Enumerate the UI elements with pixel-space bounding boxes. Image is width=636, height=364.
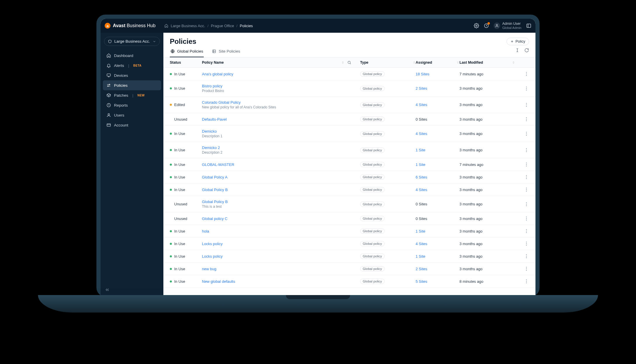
svg-point-59: [526, 281, 527, 282]
sidebar-item-devices[interactable]: Devices: [103, 70, 161, 80]
add-policy-button[interactable]: Policy: [507, 38, 529, 45]
status-text: In Use: [174, 229, 185, 233]
policy-name-link[interactable]: Bistro policy: [202, 84, 222, 88]
card-icon: [106, 123, 111, 127]
th-assigned[interactable]: Assigned: [416, 60, 459, 65]
rename-icon[interactable]: [515, 48, 520, 53]
policy-name-link[interactable]: Ana's global policy: [202, 72, 233, 76]
sort-icon[interactable]: [457, 60, 459, 65]
row-actions-button[interactable]: [524, 228, 529, 234]
sidebar-item-account[interactable]: Account: [103, 120, 161, 130]
row-actions-button[interactable]: [524, 162, 529, 167]
row-actions-button[interactable]: [524, 71, 529, 77]
tab-global-policies[interactable]: Global Policies: [170, 46, 204, 57]
row-actions-button[interactable]: [524, 254, 529, 259]
notifications-icon[interactable]: [484, 23, 489, 28]
assigned-link[interactable]: 2 Sites: [416, 267, 427, 271]
policy-name-link[interactable]: New global defaults: [202, 279, 235, 284]
shield-icon: [108, 39, 112, 44]
th-policy-name[interactable]: Policy Name: [202, 60, 360, 65]
row-actions-button[interactable]: [524, 131, 529, 136]
row-actions-button[interactable]: [524, 216, 529, 221]
assigned-link[interactable]: 1 Site: [416, 254, 425, 259]
sort-icon[interactable]: [512, 60, 515, 65]
policy-name-link[interactable]: GLOBAL-MASTER: [202, 162, 234, 167]
assigned-link[interactable]: 1 Site: [416, 162, 425, 167]
last-modified: 3 months ago: [459, 216, 515, 221]
sidebar-item-dashboard[interactable]: Dashboard: [103, 51, 161, 60]
sort-icon[interactable]: [341, 60, 344, 65]
sidebar-item-patches[interactable]: Patches|NEW: [103, 90, 161, 100]
assigned-link[interactable]: 1 Site: [416, 229, 425, 233]
top-actions: Admin User Global Admin: [474, 22, 531, 29]
package-icon: [106, 93, 111, 98]
assigned-link[interactable]: 4 Sites: [416, 131, 427, 136]
row-actions-button[interactable]: [524, 202, 529, 207]
policy-name-link[interactable]: new bug: [202, 267, 216, 271]
th-status[interactable]: Status: [170, 60, 202, 65]
brand[interactable]: a Avast Business Hub: [105, 23, 160, 29]
search-icon[interactable]: [347, 60, 351, 65]
row-actions-button[interactable]: [524, 266, 529, 271]
status-cell: Edited: [170, 103, 202, 107]
tab-label: Site Policies: [219, 49, 240, 53]
breadcrumb-middle[interactable]: Prague Office: [211, 24, 234, 28]
last-modified: 3 months ago: [459, 131, 515, 136]
sidebar-item-alerts[interactable]: Alerts|BETA: [103, 60, 161, 70]
status-text: In Use: [174, 162, 185, 167]
user-menu[interactable]: Admin User Global Admin: [494, 22, 521, 29]
sidebar-item-reports[interactable]: Reports: [103, 100, 161, 110]
policy-name-link[interactable]: Global Policy A: [202, 175, 227, 179]
table-row: In UseholaGlobal policy1 Site3 months ag…: [163, 225, 535, 238]
assigned-link[interactable]: 6 Sites: [416, 175, 427, 179]
status-cell: In Use: [170, 229, 202, 233]
policy-name-link[interactable]: Global Policy B: [202, 188, 228, 192]
tab-site-policies[interactable]: Site Policies: [211, 46, 241, 57]
row-actions-button[interactable]: [524, 187, 529, 192]
main-content: Policies Policy Global PoliciesSite Poli…: [163, 33, 535, 297]
user-name: Admin User: [502, 22, 521, 26]
policy-name-link[interactable]: Locks policy: [202, 254, 223, 259]
breadcrumb-home[interactable]: Large Business Acc.: [171, 24, 205, 28]
assigned-link[interactable]: 4 Sites: [416, 188, 427, 192]
policy-name-link[interactable]: Defaults-Pavel: [202, 117, 227, 122]
assigned-link[interactable]: 2 Sites: [416, 86, 427, 91]
row-actions-button[interactable]: [524, 102, 529, 108]
assigned-link[interactable]: 5 Sites: [416, 279, 427, 284]
row-actions-button[interactable]: [524, 117, 529, 122]
policy-name-link[interactable]: Locks policy: [202, 242, 223, 246]
th-type[interactable]: Type: [360, 60, 416, 65]
sidebar-item-policies[interactable]: Policies: [103, 80, 161, 90]
svg-point-47: [526, 231, 527, 231]
refresh-icon[interactable]: [524, 48, 529, 53]
th-last-modified[interactable]: Last Modified: [459, 60, 515, 65]
sort-icon[interactable]: [413, 60, 416, 65]
assigned-link[interactable]: 4 Sites: [416, 242, 427, 246]
policy-name-link[interactable]: Global Policy B: [202, 200, 228, 204]
svg-point-52: [526, 254, 527, 255]
row-actions-button[interactable]: [524, 174, 529, 180]
sidebar-item-users[interactable]: Users: [103, 110, 161, 120]
kebab-icon: [524, 187, 529, 192]
layout-icon[interactable]: [526, 23, 531, 28]
policy-name-link[interactable]: Global policy C: [202, 216, 227, 221]
table-header: Status Policy Name Type: [163, 58, 535, 68]
settings-icon[interactable]: [474, 23, 479, 28]
type-pill: Global policy: [360, 117, 385, 122]
policy-name-link[interactable]: Demicko: [202, 129, 217, 134]
row-actions-button[interactable]: [524, 148, 529, 153]
table-row: UnusedDefaults-PavelGlobal policy0 Sites…: [163, 113, 535, 126]
policy-name-link[interactable]: Demicko 2: [202, 145, 220, 150]
row-actions-button[interactable]: [524, 279, 529, 284]
assigned-link[interactable]: 4 Sites: [416, 103, 427, 107]
policy-name-link[interactable]: hola: [202, 229, 209, 233]
sidebar-collapse[interactable]: [101, 283, 163, 297]
status-dot-icon: [170, 243, 172, 245]
policy-name-link[interactable]: Colorado Global Policy: [202, 100, 241, 105]
assigned-link[interactable]: 18 Sites: [416, 72, 429, 76]
row-actions-button[interactable]: [524, 241, 529, 246]
row-actions-button[interactable]: [524, 86, 529, 91]
assigned-link[interactable]: 1 Site: [416, 148, 425, 152]
status-dot-icon: [170, 87, 172, 89]
account-selector[interactable]: Large Business Acc.: [104, 37, 160, 46]
